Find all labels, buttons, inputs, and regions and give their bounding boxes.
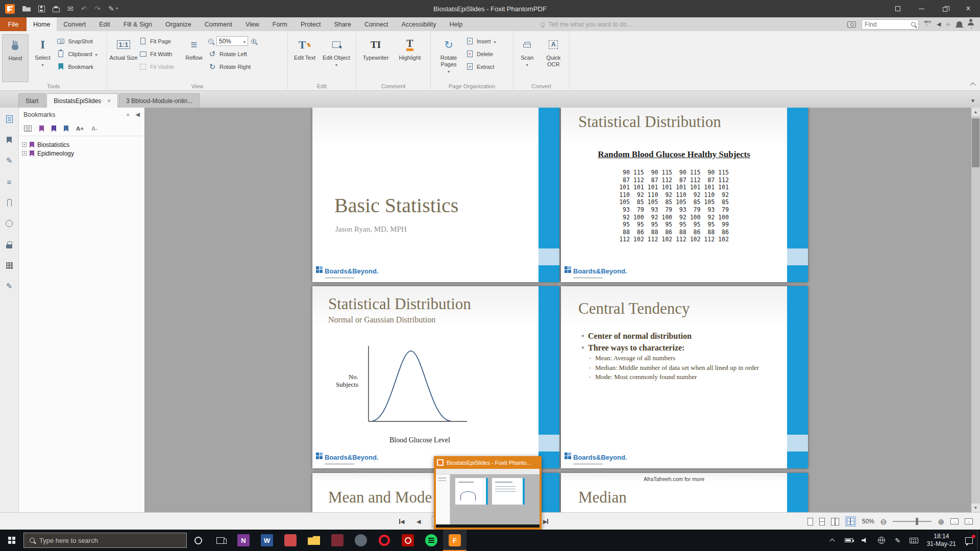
fullscreen-button[interactable] bbox=[886, 0, 910, 17]
back-icon[interactable]: ◀ bbox=[937, 21, 941, 28]
tab-accessibility[interactable]: Accessibility bbox=[395, 17, 443, 31]
pdf-page-4[interactable]: Central Tendency Center of normal distri… bbox=[561, 286, 808, 468]
settings-grid-icon[interactable] bbox=[924, 21, 931, 28]
tab-share[interactable]: Share bbox=[328, 17, 358, 31]
tab-help[interactable]: Help bbox=[443, 17, 470, 31]
battery-icon[interactable] bbox=[841, 530, 857, 551]
fields-panel-icon[interactable] bbox=[4, 260, 14, 270]
first-page-button[interactable]: ◀ bbox=[399, 513, 404, 530]
tab-form[interactable]: Form bbox=[266, 17, 294, 31]
forward-icon[interactable]: ▶ bbox=[947, 21, 951, 28]
restore-button[interactable] bbox=[933, 0, 957, 17]
start-button[interactable] bbox=[0, 530, 23, 551]
tab-view[interactable]: View bbox=[239, 17, 266, 31]
tab-comment[interactable]: Comment bbox=[198, 17, 239, 31]
find-input[interactable] bbox=[865, 21, 909, 28]
scrollbar-thumb[interactable] bbox=[972, 118, 979, 167]
bookmarks-panel-icon[interactable] bbox=[4, 135, 14, 145]
rotate-right-button[interactable]: ↻Rotate Right bbox=[208, 62, 285, 71]
previous-bookmark-icon[interactable] bbox=[52, 126, 56, 132]
taskbar-search[interactable]: Type here to search bbox=[23, 533, 187, 548]
continuous-facing-view-icon[interactable] bbox=[845, 516, 856, 527]
select-tool-button[interactable]: I Select bbox=[30, 34, 56, 82]
clipboard-button[interactable]: Clipboard bbox=[57, 49, 105, 58]
zoom-out-icon[interactable]: ⊖ bbox=[880, 518, 887, 525]
taskbar-app-foxit[interactable]: F bbox=[443, 530, 467, 551]
zoom-slider[interactable] bbox=[893, 521, 932, 522]
taskbar-app-spotify[interactable] bbox=[420, 530, 443, 551]
find-bookmark-icon[interactable] bbox=[39, 126, 44, 132]
quick-ocr-button[interactable]: A Quick OCR bbox=[540, 34, 567, 82]
highlight-button[interactable]: T Highlight bbox=[394, 34, 426, 82]
expand-options-icon[interactable]: » bbox=[126, 111, 129, 118]
expand-node-icon[interactable]: + bbox=[22, 151, 27, 156]
close-button[interactable]: × bbox=[957, 0, 980, 17]
typewriter-button[interactable]: TI Typewriter bbox=[358, 34, 393, 82]
pdf-page-3[interactable]: Statistical Distribution Normal or Gauss… bbox=[312, 286, 559, 468]
snapshot-camera-icon[interactable] bbox=[847, 21, 856, 28]
scan-button[interactable]: Scan bbox=[516, 34, 539, 82]
scroll-down-icon[interactable]: ▼ bbox=[971, 504, 980, 512]
taskbar-app-acrobat[interactable] bbox=[396, 530, 420, 551]
taskbar-clock[interactable]: 18:14 31-May-21 bbox=[922, 533, 961, 548]
pdf-page-6[interactable]: AfraTafreeh.com for more Median bbox=[561, 473, 808, 512]
page-thumbnails-panel-icon[interactable] bbox=[4, 114, 14, 124]
tab-convert[interactable]: Convert bbox=[57, 17, 92, 31]
zoom-in-icon[interactable]: ⊕ bbox=[938, 518, 944, 525]
undo-icon[interactable]: ↶ bbox=[81, 5, 87, 12]
increase-font-button[interactable]: A+ bbox=[76, 126, 84, 132]
network-icon[interactable] bbox=[873, 530, 890, 551]
print-icon[interactable] bbox=[53, 6, 60, 12]
window-preview-thumbnail[interactable] bbox=[436, 469, 540, 528]
next-bookmark-icon[interactable] bbox=[64, 126, 68, 132]
touch-keyboard-icon[interactable] bbox=[906, 530, 922, 551]
comments-panel-icon[interactable]: ✎ bbox=[4, 156, 14, 166]
zoom-in-icon[interactable] bbox=[251, 39, 256, 44]
minimize-button[interactable] bbox=[910, 0, 933, 17]
hand-tool-button[interactable]: Hand bbox=[2, 34, 29, 82]
pdf-page-2[interactable]: Statistical Distribution Random Blood Gl… bbox=[561, 108, 808, 282]
insert-pages-button[interactable]: +Insert bbox=[465, 37, 509, 45]
taskbar-app-maroon[interactable] bbox=[326, 530, 349, 551]
snapshot-button[interactable]: SnapShot bbox=[57, 37, 105, 45]
save-icon[interactable] bbox=[38, 6, 45, 12]
document-canvas[interactable]: Basic Statistics Jason Ryan, MD, MPH Boa… bbox=[145, 108, 980, 512]
pen-icon[interactable]: ✎ bbox=[890, 530, 906, 551]
facing-view-icon[interactable] bbox=[831, 518, 839, 525]
fit-visible-button[interactable]: Fit Visible bbox=[139, 62, 180, 71]
reflow-button[interactable]: ≡ Reflow bbox=[181, 34, 207, 82]
pdf-page-1[interactable]: Basic Statistics Jason Ryan, MD, MPH Boa… bbox=[312, 108, 559, 282]
taskbar-app-onenote[interactable]: N bbox=[232, 530, 255, 551]
tell-me-box[interactable]: Tell me what you want to do... bbox=[541, 17, 632, 31]
cortana-button[interactable] bbox=[187, 530, 209, 551]
fit-width-button[interactable]: Fit Width bbox=[139, 49, 180, 58]
last-page-button[interactable]: ▶ bbox=[543, 513, 548, 530]
zoom-slider-thumb[interactable] bbox=[916, 518, 918, 525]
actual-size-button[interactable]: 1:1 Actual Size bbox=[109, 34, 138, 82]
file-tab[interactable]: File bbox=[0, 17, 27, 31]
collapse-ribbon-icon[interactable] bbox=[970, 82, 975, 88]
tray-expand-icon[interactable] bbox=[824, 530, 841, 551]
show-desktop-button[interactable] bbox=[977, 530, 980, 551]
collapse-panel-icon[interactable]: ◀ bbox=[136, 111, 140, 118]
signatures-panel-icon[interactable]: ✎ bbox=[4, 281, 14, 291]
fit-width-icon[interactable]: ↔ bbox=[950, 518, 959, 524]
scroll-up-icon[interactable]: ▲ bbox=[971, 108, 980, 116]
continuous-view-icon[interactable] bbox=[819, 518, 825, 525]
bookmark-button[interactable]: Bookmark bbox=[57, 62, 105, 71]
format-brush-icon[interactable]: ✎ bbox=[108, 5, 118, 12]
tab-fill-sign[interactable]: Fill & Sign bbox=[117, 17, 159, 31]
security-panel-icon[interactable] bbox=[4, 239, 14, 249]
vertical-scrollbar[interactable]: ▲ ▼ bbox=[971, 108, 980, 512]
tab-protect[interactable]: Protect bbox=[294, 17, 328, 31]
taskbar-app-photos[interactable] bbox=[279, 530, 302, 551]
tab-connect[interactable]: Connect bbox=[358, 17, 395, 31]
bookmark-item[interactable]: + Epidimeology bbox=[22, 149, 141, 158]
taskbar-app-file-explorer[interactable] bbox=[302, 530, 326, 551]
tab-organize[interactable]: Organize bbox=[159, 17, 198, 31]
tab-document-active[interactable]: BiostatsEpiSlides× bbox=[46, 93, 118, 108]
extract-pages-button[interactable]: ↗Extract bbox=[465, 62, 509, 71]
previous-page-button[interactable]: ◀ bbox=[416, 513, 421, 530]
single-page-view-icon[interactable] bbox=[807, 518, 813, 525]
layers-panel-icon[interactable]: ≡ bbox=[4, 177, 14, 187]
